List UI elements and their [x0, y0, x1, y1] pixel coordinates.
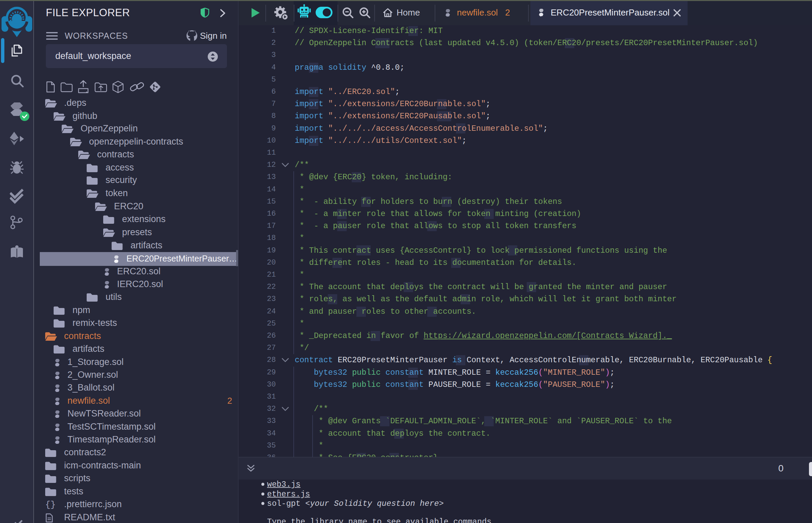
svg-text:{}: {}	[45, 500, 56, 509]
